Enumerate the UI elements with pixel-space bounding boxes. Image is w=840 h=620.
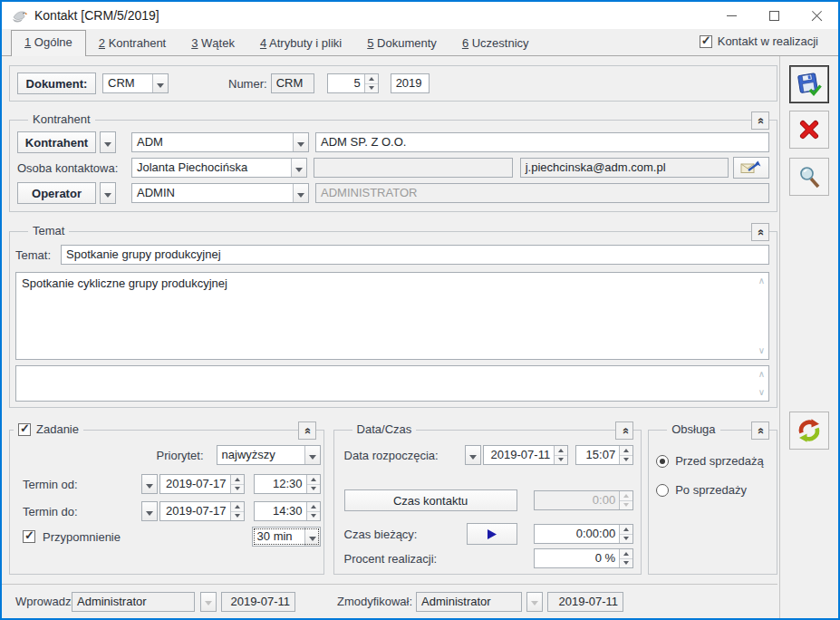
scroll-up-icon[interactable]: ∧ xyxy=(758,276,765,286)
termin-od-date-spinner[interactable]: 2019-07-17 xyxy=(159,474,245,494)
operator-code-combo[interactable]: ADMIN xyxy=(131,183,309,203)
contact-person-combo[interactable]: Jolanta Piechocińska xyxy=(131,158,307,178)
document-year-field[interactable]: 2019 xyxy=(391,73,430,93)
spin-down-icon[interactable] xyxy=(620,559,632,568)
chevron-down-icon[interactable] xyxy=(304,528,320,546)
scroll-down-icon[interactable]: ∨ xyxy=(758,388,765,397)
scroll-down-icon[interactable]: ∨ xyxy=(758,346,765,355)
kontrahent-name-field[interactable]: ADM SP. Z O.O. xyxy=(315,132,769,152)
czas-biezacy-spinner[interactable]: 0:00:00 xyxy=(534,524,633,544)
contact-email-field: j.piechcinska@adm.com.pl xyxy=(520,158,729,178)
termin-od-time-spinner[interactable]: 12:30 xyxy=(254,474,321,494)
radio-przed-sprzedaza[interactable]: Przed sprzedażą xyxy=(656,454,771,468)
double-chevron-up-icon: » xyxy=(754,117,766,123)
kontrahent-button[interactable]: Kontrahent xyxy=(17,131,96,153)
kontakt-w-realizacji-checkbox[interactable]: Kontakt w realizacji xyxy=(700,34,818,48)
note-textarea[interactable]: ∧ ∨ xyxy=(15,365,769,402)
spin-up-icon[interactable] xyxy=(365,74,378,84)
send-email-button[interactable] xyxy=(733,157,769,179)
termin-do-time-spinner[interactable]: 14:30 xyxy=(254,501,321,521)
przypomnienie-label: Przypomnienie xyxy=(43,530,121,544)
termin-od-calendar-button[interactable] xyxy=(141,474,158,494)
save-floppy-icon xyxy=(796,71,823,98)
tab-uczestnicy[interactable]: 6 Uczestnicy xyxy=(449,32,542,55)
kontrahent-name-value: ADM SP. Z O.O. xyxy=(321,135,406,149)
operator-dropdown-button[interactable] xyxy=(100,182,116,204)
spin-up-icon[interactable] xyxy=(231,502,244,512)
radio-po-sprzedazy[interactable]: Po sprzedaży xyxy=(656,483,771,497)
operator-button[interactable]: Operator xyxy=(17,182,96,204)
spin-down-icon[interactable] xyxy=(555,456,567,465)
contact-phone-field xyxy=(314,158,513,178)
chevron-down-icon xyxy=(146,484,153,489)
cancel-button[interactable] xyxy=(789,111,829,149)
kontrahent-dropdown-button[interactable] xyxy=(100,131,116,153)
close-button[interactable] xyxy=(796,2,838,29)
spin-up-icon[interactable] xyxy=(231,475,244,485)
collapse-obsluga-button[interactable]: » xyxy=(751,421,769,440)
chevron-down-icon[interactable] xyxy=(304,446,320,464)
double-chevron-up-icon: » xyxy=(754,427,766,433)
inspect-button[interactable] xyxy=(789,158,829,196)
spin-up-icon[interactable] xyxy=(620,446,632,456)
kontrahent-code-combo[interactable]: ADM xyxy=(131,132,309,152)
spin-down-icon[interactable] xyxy=(231,485,244,494)
priorytet-combo[interactable]: najwyższy xyxy=(217,445,321,465)
chevron-down-icon[interactable] xyxy=(152,74,168,92)
spin-up-icon[interactable] xyxy=(620,549,632,559)
reminder-interval-combo[interactable]: 30 min xyxy=(252,527,321,547)
spin-up-icon[interactable] xyxy=(620,525,632,535)
maximize-button[interactable] xyxy=(753,2,796,29)
chevron-down-icon[interactable] xyxy=(291,159,306,177)
czas-kontaktu-button[interactable]: Czas kontaktu xyxy=(344,489,517,511)
spin-up-icon[interactable] xyxy=(307,475,320,485)
collapse-zadanie-button[interactable]: » xyxy=(298,421,316,440)
tab-label: Dokumenty xyxy=(374,36,437,50)
start-time-spinner[interactable]: 15:07 xyxy=(575,445,633,465)
collapse-kontrahent-button[interactable]: » xyxy=(751,111,769,130)
play-icon xyxy=(486,528,498,540)
spin-down-icon[interactable] xyxy=(307,512,320,521)
chevron-down-icon xyxy=(146,511,153,516)
start-timer-button[interactable] xyxy=(467,523,517,545)
start-date-spinner[interactable]: 2019-07-11 xyxy=(483,445,568,465)
procent-realizacji-spinner[interactable]: 0 % xyxy=(534,548,633,568)
chevron-down-icon[interactable] xyxy=(293,133,308,151)
tab-watek[interactable]: 3 Wątek xyxy=(179,32,247,55)
tab-dokumenty[interactable]: 5 Dokumenty xyxy=(354,32,449,55)
description-textarea[interactable]: Spotkanie cykliczne grupy produkcyjnej ∧… xyxy=(15,272,769,360)
save-button[interactable] xyxy=(789,65,829,103)
termin-od-label: Termin od: xyxy=(23,478,141,491)
spin-down-icon[interactable] xyxy=(307,485,320,494)
temat-field[interactable]: Spotkanie grupy produkcyjnej xyxy=(61,245,769,265)
kontrahent-code-value: ADM xyxy=(132,133,293,151)
tab-kontrahent[interactable]: 2 Kontrahent xyxy=(86,32,179,55)
data-czas-group-title: Data/Czas xyxy=(352,422,417,436)
procent-realizacji-label: Procent realizacji: xyxy=(344,552,535,566)
refresh-button[interactable] xyxy=(789,412,829,450)
spin-up-icon[interactable] xyxy=(555,446,567,456)
collapse-temat-button[interactable]: » xyxy=(751,223,769,241)
termin-do-calendar-button[interactable] xyxy=(141,501,158,521)
chevron-down-icon xyxy=(469,455,477,460)
tab-atrybuty-i-pliki[interactable]: 4 Atrybuty i pliki xyxy=(247,32,354,55)
spin-down-icon[interactable] xyxy=(620,535,632,544)
przypomnienie-checkbox[interactable]: Przypomnienie xyxy=(23,530,252,544)
spin-down-icon[interactable] xyxy=(365,84,378,93)
minimize-button[interactable] xyxy=(710,2,753,29)
dokument-button[interactable]: Dokument: xyxy=(17,73,96,94)
document-number-spinner[interactable]: 5 xyxy=(327,73,379,93)
tab-ogolne[interactable]: 1 Ogólne xyxy=(11,30,86,56)
document-type-combo[interactable]: CRM xyxy=(102,73,169,93)
termin-do-date-spinner[interactable]: 2019-07-17 xyxy=(159,501,245,521)
zadanie-checkbox[interactable]: Zadanie xyxy=(14,422,83,436)
spin-down-icon[interactable] xyxy=(620,456,632,465)
collapse-data-czas-button[interactable]: » xyxy=(615,421,633,440)
spin-up-icon[interactable] xyxy=(307,502,320,512)
created-date-field: 2019-07-11 xyxy=(221,592,295,612)
start-date-calendar-button[interactable] xyxy=(465,445,481,465)
spin-down-icon[interactable] xyxy=(231,512,244,521)
main-area: Dokument: CRM Numer: CRM 5 2019 Kontrahe… xyxy=(2,56,838,618)
chevron-down-icon[interactable] xyxy=(293,184,308,202)
scroll-up-icon[interactable]: ∧ xyxy=(758,370,765,379)
